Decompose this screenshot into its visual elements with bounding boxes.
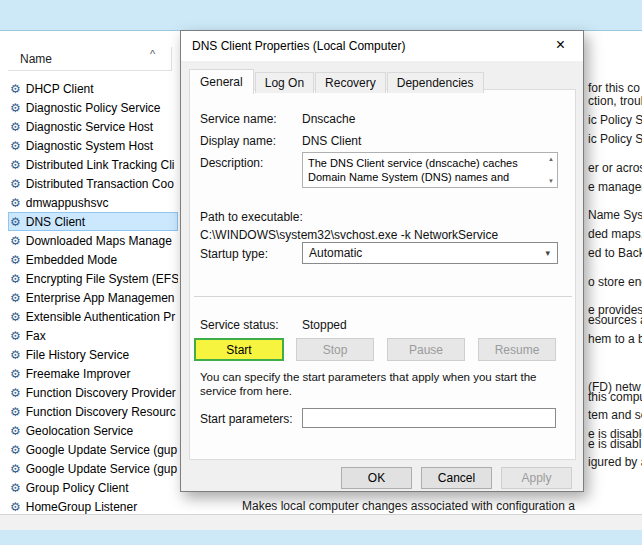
service-name-label: Google Update Service (gup — [26, 462, 177, 476]
description-fragment: e managers — [588, 180, 642, 194]
description-fragment: Name Syste — [588, 208, 642, 222]
apply-button[interactable]: Apply — [501, 467, 572, 489]
service-name-label: Diagnostic System Host — [26, 139, 153, 153]
description-fragment: o store encr — [588, 275, 642, 289]
service-name-value: Dnscache — [302, 112, 355, 126]
service-list-item[interactable]: ⚙ DNS Client — [8, 212, 178, 231]
tab-label: General — [200, 75, 243, 89]
service-name-field-label: Service name: — [200, 112, 277, 126]
scroll-down-icon[interactable]: ▼ — [548, 178, 554, 184]
stop-button[interactable]: Stop — [296, 338, 374, 361]
service-list-item[interactable]: ⚙ Encrypting File System (EFS) — [8, 269, 178, 288]
service-gear-icon: ⚙ — [10, 102, 21, 114]
service-gear-icon: ⚙ — [10, 311, 21, 323]
service-name-label: DHCP Client — [26, 82, 94, 96]
description-text: The DNS Client service (dnscache) caches… — [303, 153, 557, 188]
service-name-label: Encrypting File System (EFS) — [26, 272, 178, 286]
sort-ascending-icon: ^ — [150, 48, 155, 60]
description-fragment: ic Policy Se — [588, 113, 642, 127]
description-fragment: er or across — [588, 161, 642, 175]
service-gear-icon: ⚙ — [10, 330, 21, 342]
service-list-item[interactable]: ⚙ DHCP Client — [8, 79, 178, 98]
service-list-item[interactable]: ⚙ Function Discovery Resourc — [8, 402, 178, 421]
description-fragment: hem to a ba — [588, 332, 642, 346]
horizontal-scrollbar[interactable] — [0, 514, 642, 530]
service-list-item[interactable]: ⚙ File History Service — [8, 345, 178, 364]
service-list-item[interactable]: ⚙ Fax — [8, 326, 178, 345]
service-gear-icon: ⚙ — [10, 216, 21, 228]
pause-button[interactable]: Pause — [387, 338, 465, 361]
display-name-value: DNS Client — [302, 134, 361, 148]
start-parameters-hint: You can specify the start parameters tha… — [200, 370, 566, 398]
tab-strip: General Log On Recovery Dependencies — [189, 69, 485, 93]
description-fragment: igured by a — [588, 455, 642, 469]
description-fragment: this compu — [588, 390, 642, 404]
display-name-field-label: Display name: — [200, 134, 276, 148]
service-gear-icon: ⚙ — [10, 425, 21, 437]
service-list-item[interactable]: ⚙ Diagnostic System Host — [8, 136, 178, 155]
service-name-label: Distributed Transaction Coo — [26, 177, 174, 191]
scroll-up-icon[interactable]: ▲ — [548, 156, 554, 162]
service-gear-icon: ⚙ — [10, 292, 21, 304]
service-list-item[interactable]: ⚙ Function Discovery Provider — [8, 383, 178, 402]
service-list-item[interactable]: ⚙ Google Update Service (gup — [8, 459, 178, 478]
description-field-label: Description: — [200, 156, 263, 170]
service-list-item[interactable]: ⚙ Extensible Authentication Pr — [8, 307, 178, 326]
path-to-executable-label: Path to executable: — [200, 210, 303, 224]
description-box[interactable]: The DNS Client service (dnscache) caches… — [302, 152, 558, 188]
service-list-item[interactable]: ⚙ Group Policy Client — [8, 478, 178, 497]
service-gear-icon: ⚙ — [10, 159, 21, 171]
dialog-title: DNS Client Properties (Local Computer) — [192, 39, 405, 53]
description-fragment: ction, troub — [588, 94, 642, 108]
service-list-item[interactable]: ⚙ Enterprise App Managemen — [8, 288, 178, 307]
name-column-header[interactable]: Name ^ — [8, 47, 172, 71]
start-button[interactable]: Start — [194, 338, 284, 361]
service-list: ⚙ DHCP Client ⚙ Diagnostic Policy Servic… — [8, 79, 178, 516]
service-list-item[interactable]: ⚙ Diagnostic Policy Service — [8, 98, 178, 117]
general-tab-page: Service name: Dnscache Display name: DNS… — [189, 89, 576, 460]
tab[interactable]: Log On — [255, 72, 314, 93]
service-list-item[interactable]: ⚙ Distributed Link Tracking Cli — [8, 155, 178, 174]
service-name-label: Enterprise App Managemen — [26, 291, 175, 305]
service-list-item[interactable]: ⚙ Diagnostic Service Host — [8, 117, 178, 136]
startup-type-label: Startup type: — [200, 247, 268, 261]
service-name-label: Downloaded Maps Manage — [26, 234, 172, 248]
description-fragment: Makes local computer changes associated … — [242, 499, 575, 513]
service-name-label: HomeGroup Listener — [26, 500, 137, 514]
service-list-item[interactable]: ⚙ Google Update Service (gup — [8, 440, 178, 459]
close-button[interactable]: × — [538, 31, 583, 61]
resume-button[interactable]: Resume — [478, 338, 556, 361]
tab-label: Log On — [265, 76, 304, 90]
startup-type-dropdown[interactable]: Automatic ▾ — [302, 242, 558, 264]
tab[interactable]: Dependencies — [387, 72, 484, 93]
service-status-label: Service status: — [200, 318, 279, 332]
service-list-item[interactable]: ⚙ Downloaded Maps Manage — [8, 231, 178, 250]
tab[interactable]: Recovery — [315, 72, 386, 93]
service-name-label: DNS Client — [26, 215, 85, 229]
service-name-label: Diagnostic Policy Service — [26, 101, 161, 115]
service-gear-icon: ⚙ — [10, 83, 21, 95]
service-gear-icon: ⚙ — [10, 387, 21, 399]
start-parameters-input[interactable] — [302, 408, 556, 428]
service-list-item[interactable]: ⚙ Geolocation Service — [8, 421, 178, 440]
service-gear-icon: ⚙ — [10, 406, 21, 418]
service-name-label: Geolocation Service — [26, 424, 133, 438]
service-list-item[interactable]: ⚙ Embedded Mode — [8, 250, 178, 269]
service-gear-icon: ⚙ — [10, 368, 21, 380]
service-list-item[interactable]: ⚙ Freemake Improver — [8, 364, 178, 383]
service-name-label: Extensible Authentication Pr — [26, 310, 175, 324]
cancel-button[interactable]: Cancel — [421, 467, 492, 489]
service-name-label: Freemake Improver — [26, 367, 131, 381]
description-fragment: e is disabl — [588, 437, 641, 451]
service-gear-icon: ⚙ — [10, 140, 21, 152]
tab[interactable]: General — [189, 69, 254, 94]
service-list-item[interactable]: ⚙ dmwappushsvc — [8, 193, 178, 212]
close-icon: × — [556, 36, 565, 53]
description-fragment: tem and se — [588, 408, 642, 422]
service-gear-icon: ⚙ — [10, 273, 21, 285]
service-gear-icon: ⚙ — [10, 482, 21, 494]
tab-label: Recovery — [325, 76, 376, 90]
ok-button[interactable]: OK — [341, 467, 412, 489]
service-list-item[interactable]: ⚙ Distributed Transaction Coo — [8, 174, 178, 193]
dialog-footer: OK Cancel Apply — [341, 467, 572, 489]
